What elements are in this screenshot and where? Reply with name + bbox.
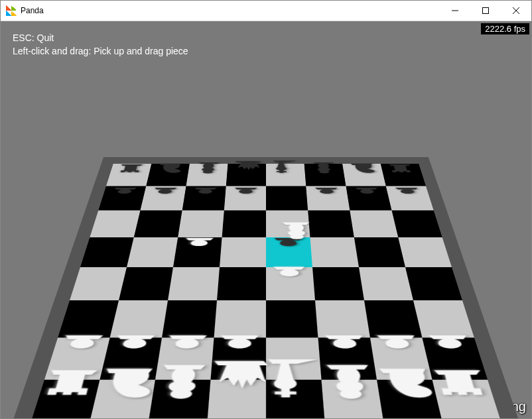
black-pawn[interactable] — [148, 188, 181, 198]
square-d8[interactable] — [226, 164, 266, 186]
square-g7[interactable] — [346, 186, 391, 211]
square-c8[interactable] — [186, 164, 228, 186]
black-bishop[interactable] — [309, 162, 338, 174]
black-rook[interactable] — [386, 164, 417, 175]
square-f3[interactable] — [315, 301, 370, 338]
square-a5[interactable] — [80, 237, 134, 267]
white-rook[interactable] — [35, 371, 104, 403]
square-h6[interactable] — [392, 211, 442, 238]
square-a8[interactable] — [106, 164, 151, 186]
black-pawn[interactable] — [310, 188, 343, 198]
square-h7[interactable] — [386, 186, 434, 211]
square-e5[interactable] — [266, 237, 312, 267]
white-bishop[interactable] — [318, 365, 383, 403]
black-knight[interactable] — [155, 164, 184, 175]
black-pawn[interactable] — [391, 188, 425, 198]
square-c3[interactable] — [162, 301, 217, 338]
square-c1[interactable] — [147, 380, 210, 418]
square-g3[interactable] — [364, 301, 422, 338]
white-pawn[interactable] — [317, 335, 373, 358]
square-a4[interactable] — [70, 267, 127, 300]
square-d7[interactable] — [224, 186, 266, 211]
square-f6[interactable] — [308, 211, 354, 238]
titlebar[interactable]: Panda — [1, 1, 531, 21]
square-b3[interactable] — [110, 301, 168, 338]
black-pawn[interactable] — [269, 238, 308, 252]
square-f7[interactable] — [306, 186, 350, 211]
chess-board[interactable] — [29, 164, 503, 418]
square-e8[interactable] — [266, 164, 306, 186]
square-c2[interactable] — [155, 338, 214, 380]
square-e2[interactable] — [266, 338, 322, 380]
black-pawn[interactable] — [189, 188, 222, 198]
white-pawn[interactable] — [104, 335, 163, 358]
white-pawn[interactable] — [369, 335, 428, 358]
white-queen[interactable] — [207, 361, 268, 403]
square-h4[interactable] — [405, 267, 462, 300]
white-pawn[interactable] — [158, 335, 214, 358]
black-king[interactable] — [271, 160, 300, 174]
close-button[interactable] — [501, 1, 531, 21]
square-d5[interactable] — [220, 237, 266, 267]
minimize-button[interactable] — [440, 1, 470, 21]
square-b6[interactable] — [134, 211, 182, 238]
square-h1[interactable] — [432, 380, 503, 418]
square-e7[interactable] — [266, 186, 308, 211]
black-pawn[interactable] — [230, 188, 261, 198]
square-g4[interactable] — [359, 267, 413, 300]
square-f5[interactable] — [310, 237, 359, 267]
square-d2[interactable] — [210, 338, 266, 380]
white-pawn[interactable] — [178, 238, 219, 252]
black-knight[interactable] — [348, 164, 377, 175]
white-bishop[interactable] — [149, 365, 214, 403]
square-a6[interactable] — [90, 211, 140, 238]
square-b5[interactable] — [127, 237, 178, 267]
square-h8[interactable] — [381, 164, 426, 186]
square-b2[interactable] — [100, 338, 162, 380]
square-c7[interactable] — [182, 186, 226, 211]
square-a3[interactable] — [58, 301, 119, 338]
maximize-button[interactable] — [470, 1, 501, 21]
white-knight[interactable] — [92, 369, 159, 403]
square-e3[interactable] — [266, 301, 318, 338]
square-g2[interactable] — [370, 338, 432, 380]
white-knight[interactable] — [373, 369, 440, 403]
square-a7[interactable] — [98, 186, 146, 211]
white-rook[interactable] — [428, 371, 497, 403]
black-pawn[interactable] — [351, 188, 384, 198]
square-f2[interactable] — [318, 338, 377, 380]
square-f1[interactable] — [322, 380, 385, 418]
square-c5[interactable] — [173, 237, 222, 267]
square-g5[interactable] — [354, 237, 405, 267]
square-d6[interactable] — [222, 211, 266, 238]
white-pawn[interactable] — [51, 335, 111, 358]
black-bishop[interactable] — [193, 162, 222, 174]
square-h3[interactable] — [413, 301, 474, 338]
square-b8[interactable] — [146, 164, 190, 186]
square-a2[interactable] — [44, 338, 110, 380]
square-d1[interactable] — [207, 380, 266, 418]
square-a1[interactable] — [29, 380, 100, 418]
white-pawn[interactable] — [212, 335, 267, 358]
square-e6[interactable] — [266, 211, 310, 238]
square-h5[interactable] — [398, 237, 452, 267]
black-queen[interactable] — [232, 161, 261, 174]
white-pawn[interactable] — [268, 267, 312, 284]
square-b7[interactable] — [140, 186, 186, 211]
black-rook[interactable] — [115, 164, 146, 175]
square-f8[interactable] — [304, 164, 346, 186]
square-c4[interactable] — [168, 267, 220, 300]
square-e1[interactable] — [266, 380, 325, 418]
square-b4[interactable] — [119, 267, 173, 300]
square-h2[interactable] — [422, 338, 488, 380]
square-g1[interactable] — [377, 380, 444, 418]
white-pawn[interactable] — [421, 335, 482, 358]
square-d4[interactable] — [217, 267, 266, 300]
square-g8[interactable] — [342, 164, 386, 186]
square-b1[interactable] — [88, 380, 155, 418]
square-e4[interactable] — [266, 267, 315, 300]
black-pawn[interactable] — [107, 188, 141, 198]
square-d3[interactable] — [214, 301, 266, 338]
viewport-3d[interactable]: ESC: Quit Left-click and drag: Pick up a… — [1, 21, 531, 418]
white-king[interactable] — [264, 359, 325, 403]
